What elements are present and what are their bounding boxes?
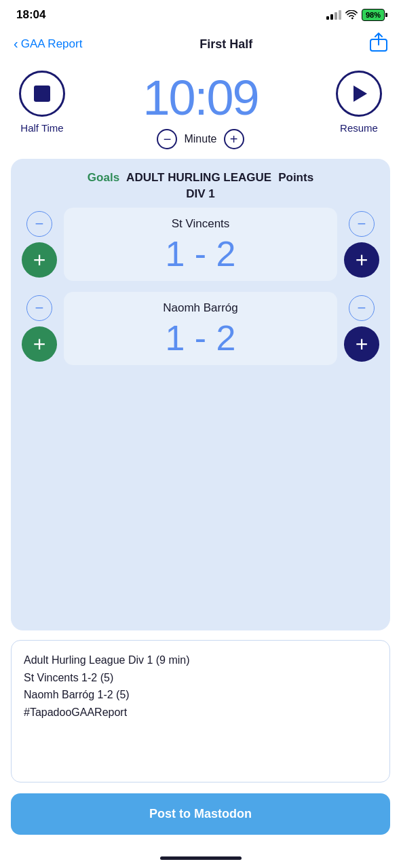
back-button[interactable]: ‹ GAA Report	[14, 37, 82, 52]
team1-row: − + St Vincents 1 - 2 − +	[22, 208, 379, 281]
team1-score-card: St Vincents 1 - 2	[64, 208, 337, 281]
half-time-button[interactable]: Half Time	[19, 71, 65, 134]
team2-right-controls: − +	[344, 295, 379, 362]
report-text: Adult Hurling League Div 1 (9 min) St Vi…	[24, 652, 377, 721]
team2-row: − + Naomh Barróg 1 - 2 − +	[22, 292, 379, 365]
home-bar	[160, 856, 242, 860]
signal-icon	[326, 10, 341, 20]
half-time-label: Half Time	[20, 122, 63, 134]
wifi-icon	[345, 10, 358, 20]
team2-name: Naomh Barróg	[163, 301, 238, 315]
league-name: ADULT HURLING LEAGUE	[126, 171, 271, 185]
team2-points-increase-button[interactable]: +	[344, 326, 379, 362]
resume-button[interactable]: Resume	[336, 71, 382, 134]
report-area[interactable]: Adult Hurling League Div 1 (9 min) St Vi…	[11, 640, 390, 782]
status-icons: 98%	[326, 9, 385, 21]
team1-points-increase-button[interactable]: +	[344, 242, 379, 278]
minute-controls: − Minute +	[157, 129, 244, 149]
points-label: Points	[278, 171, 313, 185]
scoreboard-area: Goals ADULT HURLING LEAGUE Points DIV 1 …	[11, 159, 390, 630]
league-div: DIV 1	[22, 187, 379, 201]
nav-bar: ‹ GAA Report First Half	[0, 27, 401, 62]
status-bar: 18:04 98%	[0, 0, 401, 27]
team2-goals-increase-button[interactable]: +	[22, 326, 57, 362]
timer-display: 10:09	[142, 73, 258, 122]
goals-label: Goals	[88, 171, 119, 185]
stop-square	[34, 86, 50, 102]
page-title: First Half	[199, 37, 252, 52]
team1-goals-increase-button[interactable]: +	[22, 242, 57, 278]
team2-score: 1 - 2	[165, 320, 235, 356]
share-icon[interactable]	[370, 33, 387, 56]
resume-label: Resume	[340, 122, 378, 134]
team1-points-decrease-button[interactable]: −	[349, 211, 375, 237]
team2-goals-decrease-button[interactable]: −	[26, 295, 52, 321]
team2-left-controls: − +	[22, 295, 57, 362]
chevron-left-icon: ‹	[14, 36, 18, 52]
minute-increase-button[interactable]: +	[224, 129, 244, 149]
back-label: GAA Report	[21, 37, 83, 51]
timer-block: 10:09 − Minute +	[142, 73, 258, 149]
post-mastodon-button[interactable]: Post to Mastodon	[11, 793, 390, 835]
home-indicator	[0, 851, 401, 868]
minute-label: Minute	[184, 133, 216, 145]
team2-score-card: Naomh Barróg 1 - 2	[64, 292, 337, 365]
controls-area: Half Time 10:09 − Minute + Resume	[0, 62, 401, 152]
status-time: 18:04	[16, 8, 45, 22]
stop-icon	[19, 71, 65, 117]
minute-decrease-button[interactable]: −	[157, 129, 177, 149]
team1-right-controls: − +	[344, 211, 379, 278]
team1-left-controls: − +	[22, 211, 57, 278]
team1-goals-decrease-button[interactable]: −	[26, 211, 52, 237]
battery-level: 98%	[366, 11, 381, 19]
league-header: Goals ADULT HURLING LEAGUE Points DIV 1	[22, 171, 379, 201]
play-icon	[336, 71, 382, 117]
team2-points-decrease-button[interactable]: −	[349, 295, 375, 321]
battery-icon: 98%	[362, 9, 385, 21]
team1-score: 1 - 2	[165, 236, 235, 271]
team1-name: St Vincents	[172, 217, 230, 231]
play-triangle	[354, 86, 367, 102]
